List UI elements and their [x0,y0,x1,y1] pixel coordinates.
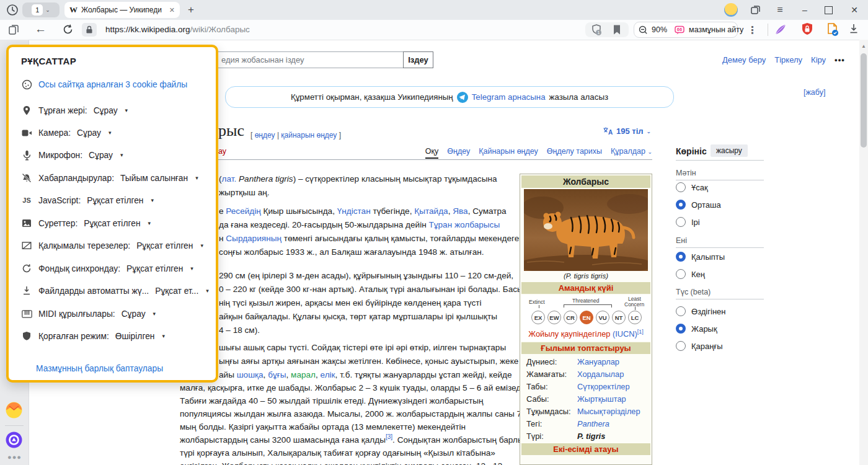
site-security-lock-icon[interactable] [82,23,97,37]
tiger-photo[interactable] [524,189,648,271]
permission-row-javascript[interactable]: JS JavaScript:Рұқсат етілген▾ [21,194,154,206]
more-options-icon[interactable]: ⋮ [747,24,757,36]
read-aloud-label[interactable]: мазмұнын айту [689,25,743,34]
edit-source-link[interactable]: қайнарын өңдеу [281,131,337,140]
site-permissions-panel: РҰҚСАТТАР Осы сайтқа арналған 3 cookie ф… [6,45,218,383]
telegram-channel-link[interactable]: Telegram арнасына [472,92,546,102]
bookmark-icon[interactable] [613,24,621,35]
tab-edit-source[interactable]: Қайнарын өңдеу [479,147,538,159]
radio-width-standard[interactable]: Қалыпты [676,252,725,262]
radio-text-medium[interactable]: Орташа [676,200,721,210]
tab-group-count: 1 [32,4,43,16]
family-link[interactable]: Мысықтәрізділер [577,407,640,416]
iucn-circle-en: EN [580,311,593,324]
javascript-icon: JS [21,195,32,206]
scrollbar-thumb[interactable] [861,53,867,148]
cookies-link[interactable]: Осы сайтқа арналған 3 cookie файлы [38,80,187,89]
permission-row-midi[interactable]: MIDI құрылғылары:Сұрау▾ [21,308,156,320]
permission-row-microphone[interactable]: Микрофон:Сұрау▾ [21,149,123,161]
tab-read[interactable]: Оқу [425,147,438,159]
taxonomy-row: Табы:Сүтқоректілер [520,380,652,392]
banner-close-link[interactable]: [жабу] [804,88,825,97]
kingdom-link[interactable]: Жануарлар [577,357,619,366]
tab-edit[interactable]: Өңдеу [447,147,470,159]
class-link[interactable]: Сүтқоректілер [577,382,630,391]
radio-icon [676,324,686,334]
permission-row-images[interactable]: Суреттер:Рұқсат етілген▾ [21,217,151,229]
popup-icon [21,240,32,251]
new-tab-button[interactable]: + [188,4,194,15]
downloads-icon[interactable] [848,23,859,35]
protect-shield-icon[interactable] [801,22,813,36]
tab-close-icon[interactable]: ✕ [169,6,175,14]
iucn-brace [564,304,612,308]
article-line: жолбарыстардың саны 3200 шамасында ғана … [180,435,528,445]
donate-link[interactable]: Демеу беру [722,55,766,64]
minimize-button[interactable]: – [800,5,810,15]
permission-row-protected-mode[interactable]: Қорғалған режим:Өшірілген▾ [21,330,165,342]
taxonomy-row: Тегі:Panthera [520,417,652,430]
zoom-level[interactable]: 90% [652,25,667,34]
restore-button[interactable] [825,6,833,14]
permission-row-popups[interactable]: Қалқымалы терезелер:Рұқсат етілген▾ [21,239,203,252]
radio-text-large[interactable]: Ірі [676,217,700,227]
chevron-down-icon: ▾ [125,107,128,113]
password-shield-icon[interactable]: 1 [590,24,603,36]
radio-icon [676,182,686,192]
all-content-settings-link[interactable]: Мазмұнның барлық баптаулары [36,364,163,373]
edit-link[interactable]: өңдеу [255,131,275,140]
active-tab[interactable]: W Жолбарыс — Уикипеди ✕ [64,2,180,18]
images-icon [21,218,32,229]
permission-row-location[interactable]: Тұрған жері:Сұрау▾ [21,104,128,117]
sidebar-toggle-icon[interactable] [7,24,20,36]
reload-button[interactable] [62,24,74,35]
history-icon[interactable] [6,4,19,16]
text-size-section-label: Мәтін [676,169,696,177]
radio-color-dark[interactable]: Қараңғы [676,341,723,351]
tabs-divider [180,159,652,160]
cookies-row[interactable]: Осы сайтқа арналған 3 cookie файлы [21,78,187,91]
wiki-search-button[interactable]: Іздеу [403,51,433,68]
tab-tools[interactable]: Құралдар ⌄ [611,147,652,159]
iucn-tick [539,305,539,308]
iucn-link[interactable]: (IUCN) [613,329,637,339]
back-button[interactable]: ← [35,22,46,36]
url-bar[interactable]: https://kk.wikipedia.org/wiki/Жолбарыс [105,25,250,34]
permission-row-notifications[interactable]: Хабарландырулар:Тыйым салынған▾ [21,172,198,184]
login-link[interactable]: Кіру [811,55,826,64]
read-aloud-icon[interactable]: 66 [675,25,685,35]
order-link[interactable]: Жыртқыштар [577,394,626,404]
reference-1[interactable]: [1] [637,329,644,335]
zoom-out-icon[interactable] [639,25,648,35]
yandex-mail-icon[interactable] [6,402,22,418]
profile-avatar[interactable] [724,3,738,17]
tab-panel-icon[interactable] [750,4,761,16]
width-section-label: Ені [676,236,687,245]
radio-text-small[interactable]: Ұсақ [676,182,708,192]
register-link[interactable]: Тіркелу [774,55,802,64]
appearance-hide-button[interactable]: жасыру [711,144,748,157]
permission-row-background-sync[interactable]: Фондық синхрондау:Рұқсат етілген▾ [21,262,193,275]
permission-row-camera[interactable]: Камера:Сұрау▾ [21,126,112,139]
radio-icon [676,306,686,316]
more-user-links[interactable]: ••• [835,55,845,64]
tab-group-button[interactable]: 1 ⌄ [22,2,60,17]
alice-assistant-icon[interactable] [6,432,22,448]
side-strip-more-icon[interactable]: ●●● [7,453,22,461]
menu-icon[interactable]: ≡ [775,5,785,15]
phylum-link[interactable]: Хордалылар [577,370,624,379]
radio-width-wide[interactable]: Кең [676,269,705,279]
radio-color-light[interactable]: Жарық [676,324,717,334]
genus-link[interactable]: Panthera [577,419,609,428]
tab-history[interactable]: Өңделу тарихы [547,147,602,159]
article-line: 4 – 18 см). [219,326,260,335]
scrollbar-up-icon[interactable]: ▲ [861,43,866,49]
language-selector[interactable]: A 195 тіл ⌄ [603,126,651,136]
yandex-pen-icon[interactable] [774,22,787,36]
article-line: айқын байқалады. Құлағы қысқа, төрт қата… [219,312,497,321]
translate-doc-icon[interactable] [826,22,839,37]
all-content-settings-row[interactable]: Мазмұнның барлық баптаулары [36,362,163,374]
permission-row-auto-downloads[interactable]: Файлдарды автоматты жү...Рұқсат ет...▾ [21,285,209,297]
close-window-button[interactable]: ✕ [849,5,859,15]
radio-color-auto[interactable]: Өздігінен [676,306,725,316]
